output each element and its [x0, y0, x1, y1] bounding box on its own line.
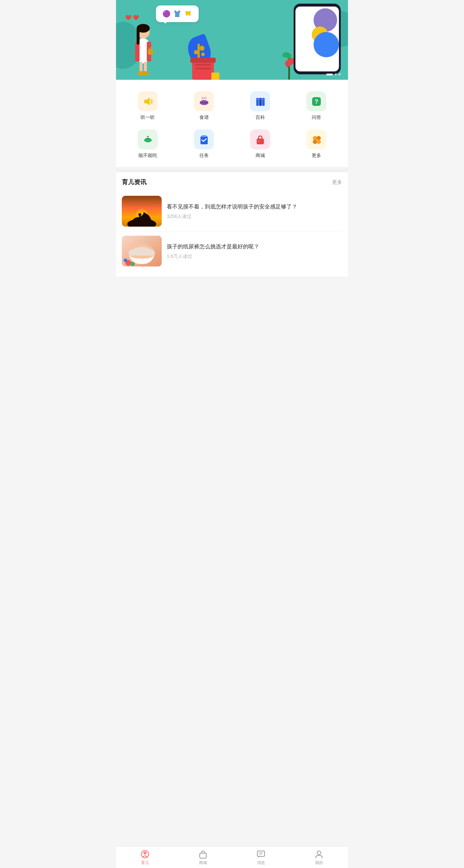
baby-illustration — [122, 236, 162, 266]
news-header: 育儿资讯 更多 — [122, 178, 342, 186]
svg-rect-14 — [203, 100, 204, 103]
red-box-body — [192, 60, 214, 80]
phone-illustration — [294, 4, 341, 74]
menu-item-more[interactable]: 更多 — [288, 125, 344, 163]
bowl-icon — [199, 96, 210, 107]
menu-item-caneator[interactable]: 能不能吃 — [120, 125, 176, 163]
encyclopedia-label: 百科 — [256, 114, 265, 121]
grid-icon — [311, 134, 322, 145]
shirt-icon — [173, 10, 181, 18]
dots-indicator — [326, 73, 341, 75]
news-content-2: 孩子的纸尿裤怎么挑选才是最好的呢？ 1.6万人读过 — [167, 236, 342, 266]
dot-1 — [335, 73, 337, 75]
svg-text:?: ? — [315, 99, 318, 105]
page-content: ❤️ ❤️ — [116, 0, 348, 298]
bud3 — [201, 53, 205, 56]
caneator-icon-bg — [138, 129, 158, 149]
dot-active — [326, 74, 333, 75]
phone-screen — [295, 7, 339, 71]
svg-rect-28 — [202, 135, 207, 137]
more-icon-bg — [306, 129, 326, 149]
news-more-button[interactable]: 更多 — [332, 179, 342, 186]
svg-rect-19 — [260, 99, 261, 100]
speaker-icon — [142, 96, 153, 107]
svg-point-9 — [142, 71, 149, 75]
svg-rect-5 — [137, 28, 140, 45]
caneator-label: 能不能吃 — [138, 152, 157, 159]
icon-grid: 听一听 食谱 — [116, 87, 348, 163]
shorts-icon — [184, 10, 192, 18]
news-read-1: 3256人读过 — [167, 213, 342, 220]
qa-label: 问答 — [312, 114, 321, 121]
sunset-illustration — [122, 196, 162, 227]
shop-icon-bg — [250, 129, 270, 149]
news-section-title: 育儿资讯 — [122, 178, 146, 186]
news-thumb-1 — [122, 196, 162, 227]
svg-rect-29 — [257, 139, 264, 144]
encyclopedia-icon-bg — [250, 91, 270, 111]
circle-blue — [314, 32, 339, 57]
clipboard-icon — [199, 134, 210, 145]
svg-point-34 — [316, 140, 321, 144]
news-thumb-2 — [122, 236, 162, 266]
news-item-2[interactable]: 孩子的纸尿裤怎么挑选才是最好的呢？ 1.6万人读过 — [122, 231, 342, 271]
bag-icon — [255, 134, 266, 145]
news-read-2: 1.6万人读过 — [167, 253, 342, 260]
listen-icon-bg — [138, 91, 158, 111]
listen-label: 听一听 — [141, 114, 155, 121]
svg-rect-30 — [258, 141, 259, 142]
menu-item-encyclopedia[interactable]: 百科 — [232, 87, 288, 125]
menu-item-recipe[interactable]: 食谱 — [176, 87, 232, 125]
svg-point-25 — [147, 136, 149, 137]
news-item-1[interactable]: 看不见摸不着，到底怎样才说明孩子的安全感足够了？ 3256人读过 — [122, 191, 342, 231]
section-divider — [116, 169, 348, 172]
dish-icon — [142, 134, 153, 145]
hero-banner: ❤️ ❤️ — [116, 0, 348, 80]
red-box-lid — [190, 58, 216, 63]
news-text-2: 孩子的纸尿裤怎么挑选才是最好的呢？ — [167, 243, 342, 251]
qa-icon-bg: ? — [306, 91, 326, 111]
svg-point-41 — [143, 212, 145, 215]
task-icon-bg — [194, 129, 214, 149]
speech-bubble: 🟣 — [156, 5, 199, 22]
svg-rect-1 — [135, 42, 140, 62]
svg-point-39 — [138, 213, 141, 216]
menu-item-shop[interactable]: 商城 — [232, 125, 288, 163]
menu-item-task[interactable]: 任务 — [176, 125, 232, 163]
task-label: 任务 — [199, 152, 209, 159]
character-illustration — [127, 15, 160, 80]
recipe-label: 食谱 — [199, 114, 209, 121]
svg-rect-42 — [144, 215, 145, 218]
qa-icon: ? — [311, 96, 322, 107]
news-section: 育儿资讯 更多 — [116, 172, 348, 277]
news-text-1: 看不见摸不着，到底怎样才说明孩子的安全感足够了？ — [167, 203, 342, 211]
menu-item-listen[interactable]: 听一听 — [120, 87, 176, 125]
more-label: 更多 — [312, 152, 321, 159]
svg-point-47 — [130, 262, 135, 266]
dot-2 — [339, 73, 341, 75]
svg-marker-11 — [144, 98, 150, 106]
svg-rect-20 — [263, 99, 264, 100]
icon-menu-section: 听一听 食谱 — [116, 80, 348, 167]
svg-rect-10 — [148, 49, 153, 55]
menu-item-qa[interactable]: ? 问答 — [288, 87, 344, 125]
svg-point-13 — [200, 102, 208, 104]
svg-rect-7 — [144, 62, 147, 73]
svg-rect-40 — [139, 216, 141, 220]
svg-rect-6 — [140, 62, 142, 73]
cloth-purple: 🟣 — [162, 10, 170, 18]
phone-notch — [312, 4, 323, 6]
news-content-1: 看不见摸不着，到底怎样才说明孩子的安全感足够了？ 3256人读过 — [167, 196, 342, 227]
svg-rect-18 — [257, 99, 258, 100]
svg-point-48 — [124, 259, 127, 262]
bud1 — [199, 46, 204, 51]
recipe-icon-bg — [194, 91, 214, 111]
shop-label: 商城 — [256, 152, 265, 159]
books-icon — [255, 96, 266, 107]
bud2 — [194, 50, 198, 54]
